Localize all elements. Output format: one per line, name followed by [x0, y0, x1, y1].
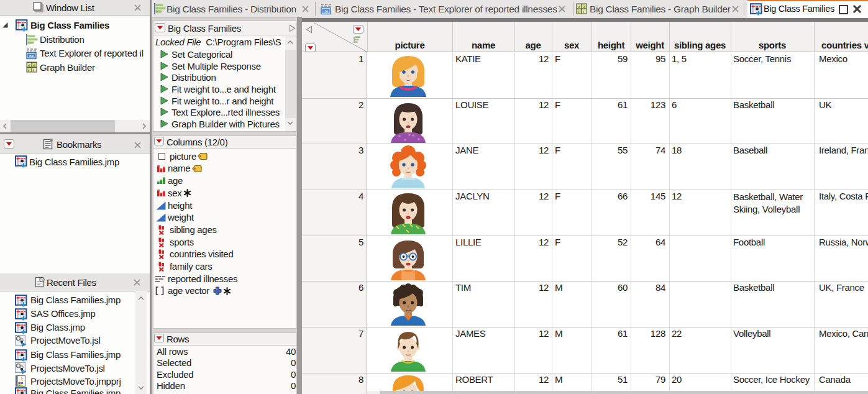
- svg-text:dat: dat: [29, 54, 34, 58]
- svg-text:dat: dat: [324, 9, 329, 13]
